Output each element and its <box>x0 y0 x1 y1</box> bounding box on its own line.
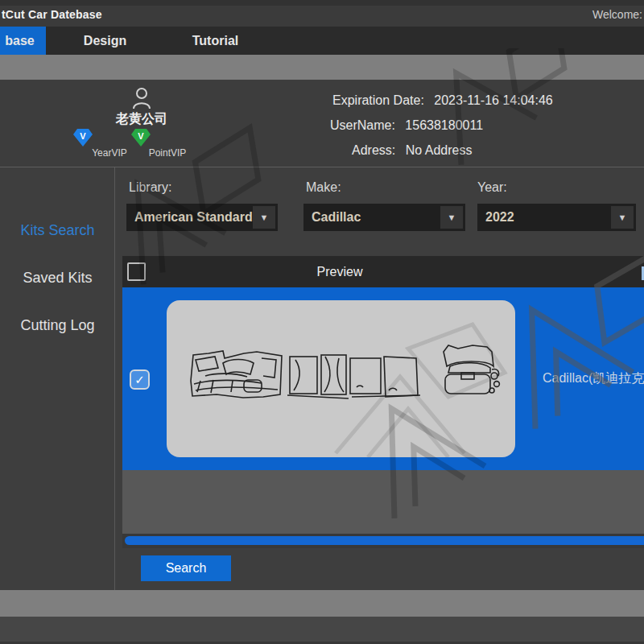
make-dropdown-value: Cadillac <box>303 210 440 225</box>
point-vip-label: PointVIP <box>131 147 204 159</box>
username-row: UserName: 15638180011 <box>330 118 483 133</box>
expiration-row: Expiration Date: 2023-11-16 14:04:46 <box>332 93 553 108</box>
content-area: Kits Search Saved Kits Cutting Log Libra… <box>0 167 644 590</box>
bottom-gray-bar <box>0 590 644 617</box>
main-tab-bar: base Design Tutorial <box>0 27 644 55</box>
divider-band <box>0 55 644 80</box>
address-row: Adress: No Address <box>352 143 472 158</box>
expiration-value: 2023-11-16 14:04:46 <box>434 93 552 107</box>
tab-tutorial[interactable]: Tutorial <box>181 27 250 55</box>
library-label: Library: <box>129 180 171 195</box>
point-vip-badge: V PointVIP <box>131 129 204 159</box>
title-bar: tCut Car Datebase Welcome: <box>0 0 644 27</box>
library-dropdown-value: American Standard <box>126 210 253 225</box>
tab-design-label: Design <box>84 34 126 48</box>
window-title: tCut Car Datebase <box>2 8 102 21</box>
bottom-dark-bar <box>0 617 644 644</box>
tab-database-label: base <box>5 34 34 48</box>
sidebar: Kits Search Saved Kits Cutting Log <box>0 167 115 590</box>
horizontal-scrollbar-track[interactable] <box>122 534 644 548</box>
chevron-down-icon[interactable]: ▼ <box>253 206 275 229</box>
year-dropdown[interactable]: 2022 ▼ <box>477 204 636 231</box>
svg-text:V: V <box>138 131 144 141</box>
preview-column-header: Preview <box>122 256 557 287</box>
kit-preview-image <box>167 300 515 457</box>
welcome-label: Welcome: <box>592 8 642 21</box>
chevron-down-icon[interactable]: ▼ <box>611 206 634 229</box>
sidebar-item-saved-kits[interactable]: Saved Kits <box>0 270 115 287</box>
make-dropdown[interactable]: Cadillac ▼ <box>303 204 465 231</box>
make-label: Make: <box>306 180 341 195</box>
svg-text:V: V <box>80 131 86 141</box>
sidebar-item-kits-search[interactable]: Kits Search <box>0 222 115 239</box>
results-table-header: Preview <box>122 256 644 287</box>
address-label: Adress: <box>352 143 395 157</box>
year-dropdown-value: 2022 <box>477 210 611 225</box>
username-value: 15638180011 <box>405 118 483 132</box>
sidebar-item-cutting-log[interactable]: Cutting Log <box>0 317 115 334</box>
year-label: Year: <box>477 180 507 195</box>
empty-list-area <box>122 470 644 534</box>
tab-tutorial-label: Tutorial <box>192 34 238 48</box>
app-window: tCut Car Datebase Welcome: base Design T… <box>0 0 644 644</box>
tab-design[interactable]: Design <box>71 27 139 55</box>
point-vip-icon: V <box>131 129 204 147</box>
preview-pattern <box>167 300 515 457</box>
result-row[interactable]: ✓ <box>122 287 644 470</box>
user-info-section: 老黄公司 V YearVIP V PointVIP Expiration Dat… <box>0 80 644 167</box>
tab-database[interactable]: base <box>0 27 46 55</box>
search-button[interactable]: Search <box>141 555 231 581</box>
username-label: UserName: <box>330 118 395 132</box>
chevron-down-icon[interactable]: ▼ <box>440 206 463 229</box>
expiration-label: Expiration Date: <box>332 93 424 107</box>
horizontal-scrollbar-thumb[interactable] <box>125 536 644 545</box>
user-avatar-icon <box>130 86 153 110</box>
address-value: No Address <box>406 143 473 157</box>
row-kit-name: Cadillac(凯迪拉克 <box>543 287 644 470</box>
row-checkbox[interactable]: ✓ <box>130 369 150 390</box>
company-name: 老黄公司 <box>116 111 167 128</box>
library-dropdown[interactable]: American Standard ▼ <box>126 204 278 231</box>
